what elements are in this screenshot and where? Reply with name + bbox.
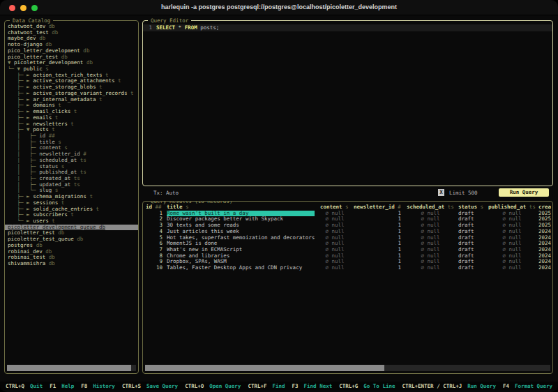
shortcut-help[interactable]: F1Help [50, 383, 74, 389]
cell-id[interactable]: 4 [146, 229, 163, 235]
column-header-newsletter_id[interactable]: newsletter_id # [354, 204, 401, 211]
cell-content[interactable]: ∅ null [320, 229, 349, 235]
cell-title[interactable]: 30 texts and some reads [167, 223, 315, 229]
tree-item-picoletter_test_queue[interactable]: picoletter_test_queue db [5, 236, 138, 243]
cell-newsletter_id[interactable]: 1 [354, 216, 401, 223]
cell-created[interactable]: 2024 [538, 235, 551, 241]
cell-scheduled_at[interactable]: ∅ null [407, 253, 454, 259]
tree-item-ar_internal_metadata[interactable]: ├─ ► ar_internal_metadata t [5, 97, 138, 103]
cell-created[interactable]: 2024 [538, 259, 551, 265]
cell-published_at[interactable]: ∅ null [488, 247, 536, 253]
cell-content[interactable]: ∅ null [320, 211, 349, 217]
cell-id[interactable]: 2 [146, 216, 163, 223]
cell-published_at[interactable]: ∅ null [488, 235, 536, 241]
cell-title[interactable]: Dropbox, SPAs, WASM [167, 259, 315, 265]
query-editor-panel[interactable]: Query Editor 1 SELECT * FROM posts; [142, 20, 553, 186]
shortcut-run-query[interactable]: CTRL+ENTER / CTRL+JRun Query [402, 383, 495, 389]
tree-item-pico_letter_test[interactable]: pico_letter_test db [5, 54, 138, 61]
cell-newsletter_id[interactable]: 1 [354, 265, 401, 271]
cell-title[interactable]: Hot takes, superfast memoization and dec… [167, 235, 315, 241]
tree-item-slug[interactable]: │ └─ slug s [5, 188, 138, 194]
cell-id[interactable]: 10 [146, 265, 163, 271]
tree-item-shivammishra[interactable]: shivammishra db [5, 261, 138, 267]
tree-item-status[interactable]: │ ├─ status s [5, 164, 138, 170]
shortcut-open-query[interactable]: CTRL+OOpen Query [185, 383, 241, 389]
tree-item-chatwoot_test[interactable]: chatwoot_test db [5, 30, 138, 36]
cell-scheduled_at[interactable]: ∅ null [407, 241, 454, 247]
run-query-button[interactable]: Run Query [499, 188, 549, 197]
tree-item-newsletter_id[interactable]: │ ├─ newsletter_id # [5, 151, 138, 158]
cell-newsletter_id[interactable]: 1 [354, 235, 401, 241]
tree-item-active_storage_variant_records[interactable]: ├─ ► active_storage_variant_records t [5, 91, 138, 97]
cell-title[interactable]: Just articles this week [167, 229, 315, 235]
tree-item-content[interactable]: │ ├─ content s [5, 145, 138, 151]
tree-item-picoletter_development_queue[interactable]: picoletter_development_queue db [5, 225, 138, 231]
tree-item-posts[interactable]: ├─ ▼ posts t [5, 127, 138, 133]
cell-status[interactable]: draft [458, 241, 484, 247]
cell-newsletter_id[interactable]: 1 [354, 223, 401, 229]
tree-item-chatwoot_dev[interactable]: chatwoot_dev db [5, 24, 138, 30]
cell-status[interactable]: draft [458, 265, 484, 271]
tree-item-maybe_dev[interactable]: maybe_dev db [5, 36, 138, 42]
column-header-id[interactable]: id ## [146, 204, 163, 211]
cell-scheduled_at[interactable]: ∅ null [407, 235, 454, 241]
tree-item-schema_migrations[interactable]: ├─ ► schema_migrations t [5, 194, 138, 200]
cell-status[interactable]: draft [458, 216, 484, 223]
results-scrollbar-thumb[interactable] [145, 365, 384, 371]
shortcut-history[interactable]: F8History [81, 383, 115, 389]
tree-item-subscribers[interactable]: ├─ ► subscribers t [5, 212, 138, 218]
cell-id[interactable]: 9 [146, 259, 163, 265]
cell-content[interactable]: ∅ null [320, 253, 349, 259]
cell-status[interactable]: draft [458, 235, 484, 241]
column-header-crea[interactable]: crea [538, 204, 551, 211]
cell-content[interactable]: ∅ null [320, 241, 349, 247]
cell-id[interactable]: 1 [146, 211, 163, 217]
cell-status[interactable]: draft [458, 259, 484, 265]
column-header-published_at[interactable]: published_at ts [488, 204, 536, 211]
cell-title[interactable]: What's new in ECMAScript [167, 247, 315, 253]
cell-id[interactable]: 5 [146, 235, 163, 241]
cell-content[interactable]: ∅ null [320, 265, 349, 271]
tree-item-emails[interactable]: ├─ ► emails t [5, 115, 138, 121]
tree-item-created_at[interactable]: │ ├─ created_at ts [5, 176, 138, 182]
editor-current-line[interactable]: 1 SELECT * FROM posts; [143, 24, 552, 31]
cell-created[interactable]: 2025 [538, 223, 551, 229]
tree-item-domains[interactable]: ├─ ► domains t [5, 103, 138, 109]
results-horizontal-scrollbar[interactable] [145, 365, 550, 371]
tree-item-users[interactable]: └─ ► users t [5, 218, 138, 225]
tree-item-scheduled_at[interactable]: │ ├─ scheduled_at ts [5, 158, 138, 164]
tree-item-active_storage_blobs[interactable]: ├─ ► active_storage_blobs t [5, 84, 138, 91]
cell-published_at[interactable]: ∅ null [488, 253, 536, 259]
cell-newsletter_id[interactable]: 1 [354, 247, 401, 253]
cell-created[interactable]: 2024 [538, 265, 551, 271]
cell-scheduled_at[interactable]: ∅ null [407, 265, 454, 271]
tree-item-public[interactable]: └─ ▼ public s [5, 66, 138, 73]
cell-created[interactable]: 2024 [538, 253, 551, 259]
cell-created[interactable]: 2024 [538, 247, 551, 253]
tree-item-published_at[interactable]: │ ├─ published_at ts [5, 169, 138, 176]
cell-id[interactable]: 3 [146, 223, 163, 229]
cell-title[interactable]: Discover packages better with Skypack [167, 216, 315, 223]
shortcut-format-query[interactable]: F4Format Query [503, 383, 552, 389]
cell-content[interactable]: ∅ null [320, 259, 349, 265]
column-header-title[interactable]: title s [167, 204, 315, 211]
tree-item-updated_at[interactable]: │ ├─ updated_at ts [5, 182, 138, 188]
cell-published_at[interactable]: ∅ null [488, 216, 536, 223]
cell-status[interactable]: draft [458, 247, 484, 253]
cell-id[interactable]: 6 [146, 241, 163, 247]
cell-newsletter_id[interactable]: 1 [354, 241, 401, 247]
catalog-horizontal-scrollbar[interactable] [7, 365, 136, 371]
cell-newsletter_id[interactable]: 1 [354, 229, 401, 235]
cell-content[interactable]: ∅ null [320, 223, 349, 229]
tree-item-newsletters[interactable]: ├─ ► newsletters t [5, 121, 138, 128]
cell-created[interactable]: 2024 [538, 241, 551, 247]
cell-title[interactable]: Tables, Faster Desktop Apps and CDN priv… [167, 265, 315, 271]
cell-newsletter_id[interactable]: 1 [354, 211, 401, 217]
cell-content[interactable]: ∅ null [320, 235, 349, 241]
shortcut-save-query[interactable]: CTRL+SSave Query [122, 383, 178, 389]
cell-id[interactable]: 8 [146, 253, 163, 259]
tree-item-id[interactable]: │ ├─ id ## [5, 133, 138, 140]
shortcut-find-next[interactable]: F3Find Next [292, 383, 333, 389]
limit-checkbox[interactable]: X [438, 189, 444, 196]
shortcut-find[interactable]: CTRL+FFind [248, 383, 285, 389]
